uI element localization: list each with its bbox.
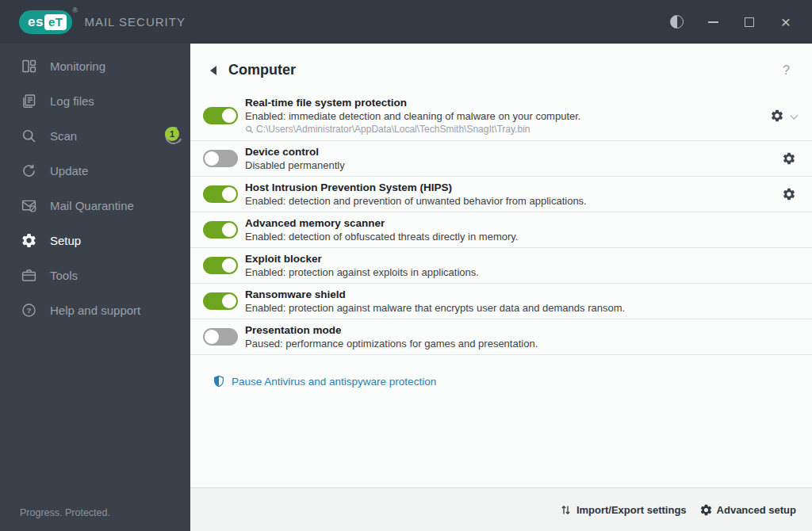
- scanned-file-path: C:\Users\Administrator\AppData\Local\Tec…: [256, 123, 530, 136]
- pause-antivirus-link[interactable]: Pause Antivirus and antispyware protecti…: [213, 375, 436, 388]
- import-export-label: Import/Export settings: [576, 504, 687, 516]
- sidebar-item-scan[interactable]: Scan 1: [0, 118, 190, 153]
- module-title: Real-time file system protection: [245, 96, 580, 109]
- module-row-ransomware-shield: Ransomware shield Enabled: protection ag…: [190, 284, 812, 319]
- sidebar-item-label: Scan: [50, 129, 77, 143]
- import-export-settings-button[interactable]: Import/Export settings: [559, 503, 687, 517]
- ransomware-shield-toggle[interactable]: [203, 292, 238, 310]
- sidebar-item-update[interactable]: Update: [0, 153, 190, 188]
- exploit-blocker-toggle[interactable]: [203, 257, 238, 274]
- sidebar-item-monitoring[interactable]: Monitoring: [0, 48, 190, 83]
- sidebar-item-label: Mail Quarantine: [50, 199, 134, 212]
- sidebar-item-tools[interactable]: Tools: [0, 258, 190, 292]
- module-status: Enabled: protection against malware that…: [245, 301, 625, 315]
- module-title: Device control: [245, 145, 345, 159]
- gear-icon: [699, 503, 713, 517]
- module-text: Device control Disabled permanently: [245, 145, 345, 172]
- help-icon: [21, 302, 37, 319]
- module-row-device-control: Device control Disabled permanently: [190, 141, 812, 177]
- logo-text-secondary: eT: [44, 14, 67, 30]
- hips-settings-button[interactable]: [782, 187, 796, 201]
- app-window: eseT ® MAIL SECURITY × Monitoring Log fi…: [0, 0, 812, 531]
- help-question-icon[interactable]: ?: [783, 63, 793, 78]
- product-name: MAIL SECURITY: [84, 15, 185, 29]
- device-control-settings-button[interactable]: [782, 151, 796, 166]
- toggle-knob: [222, 223, 236, 237]
- eset-logo: eseT ®: [19, 10, 72, 34]
- tools-icon: [21, 267, 37, 284]
- back-arrow-icon[interactable]: [210, 66, 216, 75]
- device-control-toggle[interactable]: [203, 150, 238, 167]
- sidebar-nav: Monitoring Log files Scan 1 Update Ma: [0, 44, 190, 327]
- module-scan-detail: C:\Users\Administrator\AppData\Local\Tec…: [245, 123, 580, 136]
- advanced-memory-scanner-toggle[interactable]: [203, 221, 238, 239]
- maximize-button[interactable]: [731, 9, 768, 36]
- module-row-exploit-blocker: Exploit blocker Enabled: protection agai…: [190, 248, 812, 284]
- page-header: Computer ?: [190, 44, 812, 91]
- module-row-realtime-protection: Real-time file system protection Enabled…: [190, 91, 812, 141]
- module-title: Exploit blocker: [245, 252, 479, 266]
- content-footer: Import/Export settings Advanced setup: [190, 487, 812, 531]
- advanced-setup-label: Advanced setup: [717, 504, 796, 516]
- close-button[interactable]: ×: [768, 9, 804, 36]
- sidebar-item-label: Log files: [50, 94, 94, 108]
- sidebar-item-label: Help and support: [50, 304, 140, 317]
- module-text: Real-time file system protection Enabled…: [245, 96, 580, 136]
- close-icon: ×: [781, 13, 791, 30]
- module-text: Presentation mode Paused: performance op…: [245, 323, 538, 350]
- scan-progress-badge: 1: [164, 126, 183, 145]
- module-status: Enabled: detection of obfuscated threats…: [245, 230, 518, 243]
- module-text: Ransomware shield Enabled: protection ag…: [245, 288, 625, 315]
- module-row-hips: Host Intrusion Prevention System (HIPS) …: [190, 177, 812, 212]
- mail-quarantine-icon: [21, 197, 37, 214]
- toggle-knob: [222, 109, 236, 123]
- scan-icon: [21, 128, 37, 144]
- module-status: Enabled: detection and prevention of unw…: [245, 194, 587, 208]
- module-text: Exploit blocker Enabled: protection agai…: [245, 252, 479, 279]
- module-title: Presentation mode: [245, 323, 538, 337]
- gear-icon: [770, 109, 784, 123]
- protection-status-text: Progress. Protected.: [20, 507, 110, 518]
- sidebar-item-help-and-support[interactable]: Help and support: [0, 292, 190, 327]
- import-export-arrows-icon: [559, 503, 573, 517]
- sidebar-item-label: Monitoring: [50, 59, 105, 73]
- module-status: Enabled: immediate detection and cleanin…: [245, 109, 580, 123]
- main-content: Computer ? Real-time file system protect…: [190, 44, 812, 531]
- monitoring-icon: [21, 58, 37, 74]
- module-title: Host Intrusion Prevention System (HIPS): [245, 181, 587, 194]
- module-row-advanced-memory-scanner: Advanced memory scanner Enabled: detecti…: [190, 212, 812, 248]
- chevron-down-icon: [790, 111, 798, 119]
- advanced-setup-button[interactable]: Advanced setup: [699, 503, 796, 517]
- log-files-icon: [21, 93, 37, 109]
- contrast-icon: [670, 15, 684, 29]
- protection-module-list: Real-time file system protection Enabled…: [190, 91, 812, 355]
- gear-icon: [782, 187, 796, 201]
- shield-icon: [213, 375, 225, 388]
- module-title: Ransomware shield: [245, 288, 625, 301]
- toggle-knob: [222, 258, 236, 273]
- sidebar-item-mail-quarantine[interactable]: Mail Quarantine: [0, 188, 190, 223]
- sidebar-item-label: Tools: [50, 269, 78, 282]
- minimize-icon: [708, 21, 718, 23]
- page-title: Computer: [228, 62, 296, 78]
- sidebar-item-log-files[interactable]: Log files: [0, 83, 190, 118]
- title-bar: eseT ® MAIL SECURITY ×: [0, 0, 812, 44]
- module-text: Host Intrusion Prevention System (HIPS) …: [245, 181, 587, 208]
- toggle-knob: [222, 187, 236, 201]
- sidebar-item-setup[interactable]: Setup: [0, 223, 190, 258]
- realtime-protection-settings-button[interactable]: [770, 109, 796, 123]
- realtime-protection-toggle[interactable]: [203, 107, 238, 124]
- minimize-button[interactable]: [695, 9, 731, 36]
- hips-toggle[interactable]: [203, 185, 238, 203]
- registered-trademark: ®: [72, 6, 78, 14]
- presentation-mode-toggle[interactable]: [203, 328, 238, 346]
- module-status: Enabled: protection against exploits in …: [245, 266, 479, 279]
- pause-antivirus-label: Pause Antivirus and antispyware protecti…: [232, 376, 436, 388]
- gear-icon: [782, 151, 796, 166]
- logo-text-primary: es: [28, 14, 44, 30]
- toggle-knob: [205, 330, 219, 344]
- contrast-toggle-button[interactable]: [658, 9, 695, 36]
- module-title: Advanced memory scanner: [245, 216, 518, 230]
- setup-gear-icon: [21, 232, 37, 249]
- module-status: Disabled permanently: [245, 159, 345, 172]
